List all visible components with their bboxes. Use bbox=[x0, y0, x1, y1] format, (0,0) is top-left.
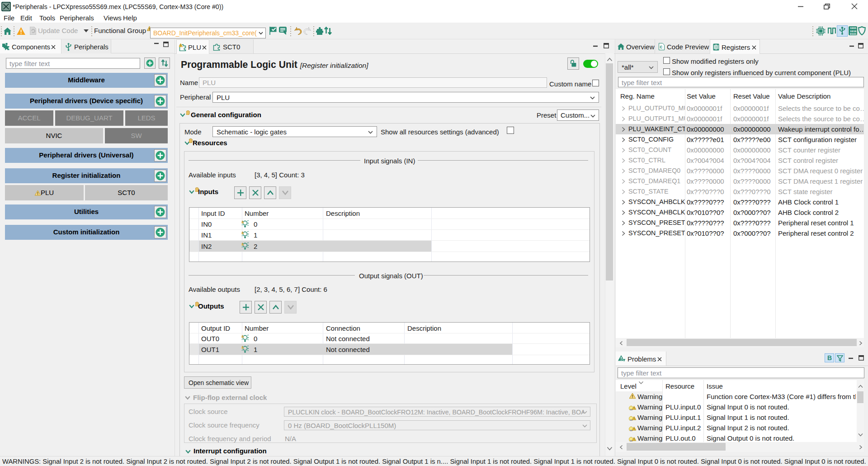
svg-text:c: c bbox=[660, 44, 663, 49]
svg-text:0101: 0101 bbox=[850, 33, 857, 35]
